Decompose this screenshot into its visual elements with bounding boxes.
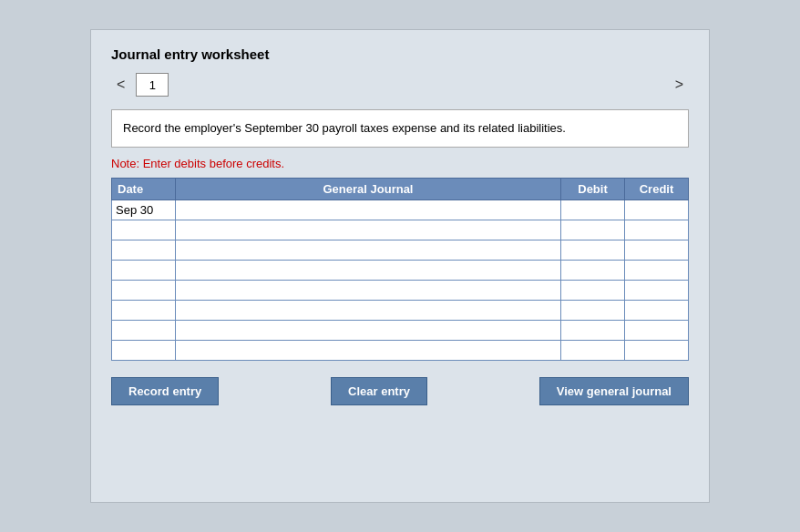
header-debit: Debit [561,178,625,200]
view-general-journal-button[interactable]: View general journal [539,377,689,405]
gj-input[interactable] [179,343,557,357]
debit-cell[interactable] [561,320,625,340]
credit-cell[interactable] [625,200,689,220]
table-row [112,220,689,240]
table-row [112,200,689,220]
debit-cell[interactable] [561,340,625,360]
table-row [112,300,689,320]
gj-cell[interactable] [176,240,561,260]
note-text: Note: Enter debits before credits. [111,157,689,170]
date-cell[interactable] [112,260,176,280]
date-input[interactable] [116,343,171,357]
credit-input[interactable] [629,283,684,297]
debit-cell[interactable] [561,260,625,280]
header-date: Date [112,178,176,200]
gj-cell[interactable] [176,320,561,340]
worksheet-title: Journal entry worksheet [111,46,689,62]
nav-left: < [111,73,169,97]
debit-cell[interactable] [561,240,625,260]
credit-input[interactable] [629,203,684,217]
gj-input[interactable] [179,323,557,337]
credit-input[interactable] [629,343,684,357]
gj-cell[interactable] [176,260,561,280]
credit-cell[interactable] [625,240,689,260]
credit-input[interactable] [629,223,684,237]
page-number-input[interactable] [136,73,169,97]
debit-input[interactable] [565,243,621,257]
gj-input[interactable] [179,223,557,237]
worksheet-container: Journal entry worksheet < > Record the e… [90,29,710,503]
prev-arrow[interactable]: < [111,75,130,95]
gj-input[interactable] [179,283,557,297]
next-arrow[interactable]: > [670,75,689,95]
instruction-text: Record the employer's September 30 payro… [123,121,566,135]
debit-input[interactable] [565,323,621,337]
gj-cell[interactable] [176,220,561,240]
gj-input[interactable] [179,243,557,257]
date-input[interactable] [116,203,171,217]
date-cell[interactable] [112,220,176,240]
date-input[interactable] [116,283,171,297]
instruction-box: Record the employer's September 30 payro… [111,109,689,148]
date-cell[interactable] [112,240,176,260]
credit-input[interactable] [629,323,684,337]
credit-cell[interactable] [625,220,689,240]
journal-table: Date General Journal Debit Credit [111,178,689,361]
table-row [112,240,689,260]
date-cell[interactable] [112,320,176,340]
credit-input[interactable] [629,243,684,257]
date-input[interactable] [116,323,171,337]
debit-input[interactable] [565,203,621,217]
table-row [112,260,689,280]
gj-cell[interactable] [176,200,561,220]
credit-cell[interactable] [625,320,689,340]
debit-cell[interactable] [561,200,625,220]
debit-cell[interactable] [561,220,625,240]
debit-cell[interactable] [561,280,625,300]
credit-input[interactable] [629,263,684,277]
date-input[interactable] [116,243,171,257]
date-cell[interactable] [112,300,176,320]
gj-input[interactable] [179,203,557,217]
gj-input[interactable] [179,263,557,277]
gj-input[interactable] [179,303,557,317]
date-input[interactable] [116,303,171,317]
debit-input[interactable] [565,263,621,277]
date-input[interactable] [116,223,171,237]
gj-cell[interactable] [176,340,561,360]
gj-cell[interactable] [176,280,561,300]
credit-input[interactable] [629,303,684,317]
record-entry-button[interactable]: Record entry [111,377,219,405]
debit-input[interactable] [565,223,621,237]
header-general-journal: General Journal [176,178,561,200]
clear-entry-button[interactable]: Clear entry [331,377,427,405]
date-input[interactable] [116,263,171,277]
debit-input[interactable] [565,303,621,317]
nav-row: < > [111,73,689,97]
date-cell[interactable] [112,200,176,220]
table-header-row: Date General Journal Debit Credit [112,178,689,200]
debit-input[interactable] [565,343,621,357]
gj-cell[interactable] [176,300,561,320]
credit-cell[interactable] [625,280,689,300]
date-cell[interactable] [112,340,176,360]
credit-cell[interactable] [625,300,689,320]
date-cell[interactable] [112,280,176,300]
credit-cell[interactable] [625,260,689,280]
table-row [112,320,689,340]
header-credit: Credit [625,178,689,200]
table-row [112,340,689,360]
table-row [112,280,689,300]
debit-input[interactable] [565,283,621,297]
debit-cell[interactable] [561,300,625,320]
credit-cell[interactable] [625,340,689,360]
buttons-row: Record entry Clear entry View general jo… [111,377,689,405]
